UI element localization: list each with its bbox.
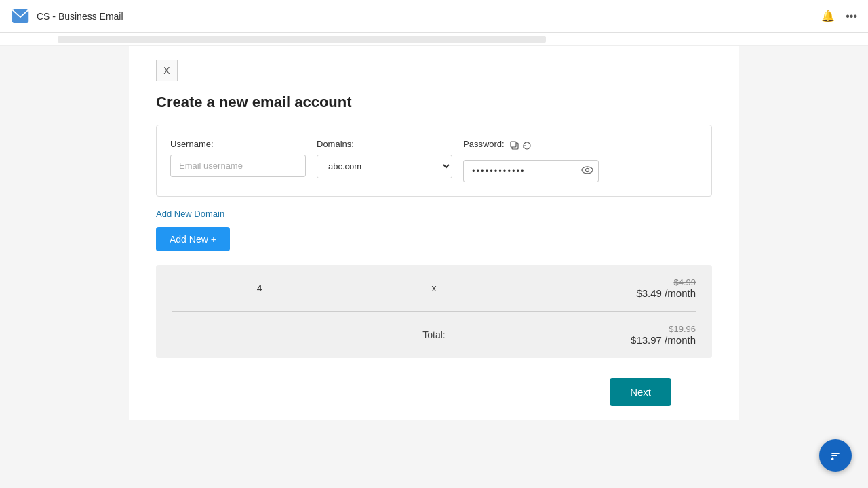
- svg-point-4: [586, 168, 589, 171]
- total-original-price: $19.96: [521, 324, 696, 334]
- domains-label: Domains:: [317, 139, 452, 149]
- copy-icon: [510, 141, 519, 150]
- password-icons: [510, 141, 532, 152]
- refresh-icon: [522, 141, 532, 150]
- quantity-value: 4: [172, 283, 347, 293]
- total-current-price: $13.97 /month: [521, 334, 696, 346]
- add-new-button-row: Add New +: [156, 227, 712, 265]
- multiplier-value: x: [347, 283, 521, 293]
- copy-password-button[interactable]: [510, 141, 519, 152]
- header-title: CS - Business Email: [37, 11, 821, 22]
- password-label-row: Password:: [463, 139, 599, 155]
- email-icon: [11, 7, 30, 26]
- next-button[interactable]: Next: [610, 378, 671, 406]
- next-button-row: Next: [156, 378, 712, 406]
- svg-point-3: [582, 167, 593, 174]
- username-label: Username:: [170, 139, 306, 149]
- more-icon[interactable]: •••: [846, 10, 857, 22]
- bell-icon[interactable]: 🔔: [821, 9, 835, 22]
- add-new-button[interactable]: Add New +: [156, 227, 230, 251]
- pricing-item-row: 4 x $4.99 $3.49 /month: [156, 265, 712, 311]
- domains-select[interactable]: abc.com: [317, 155, 452, 178]
- toggle-password-button[interactable]: [581, 165, 593, 178]
- refresh-password-button[interactable]: [522, 141, 532, 152]
- current-unit-price: $3.49 /month: [521, 287, 696, 299]
- chat-icon: [827, 447, 844, 464]
- chat-button[interactable]: [819, 439, 852, 472]
- svg-rect-2: [511, 142, 516, 147]
- pricing-table: 4 x $4.99 $3.49 /month Total: $19.96 $13…: [156, 265, 712, 358]
- password-label: Password:: [463, 139, 505, 149]
- page-title: Create a new email account: [156, 94, 712, 111]
- password-input-wrapper: [463, 160, 599, 182]
- form-row: Username: Domains: abc.com Password:: [170, 139, 698, 182]
- add-new-domain-link[interactable]: Add New Domain: [156, 209, 224, 219]
- password-group: Password:: [463, 139, 599, 182]
- close-button[interactable]: X: [156, 60, 178, 81]
- email-form-card: Username: Domains: abc.com Password:: [156, 125, 712, 197]
- original-unit-price: $4.99: [521, 277, 696, 287]
- domains-group: Domains: abc.com: [317, 139, 452, 178]
- header-actions: 🔔 •••: [821, 9, 857, 22]
- pricing-total-row: Total: $19.96 $13.97 /month: [156, 312, 712, 358]
- unit-price-group: $4.99 $3.49 /month: [521, 277, 696, 299]
- total-label: Total:: [347, 329, 521, 340]
- total-amount-group: $19.96 $13.97 /month: [521, 324, 696, 346]
- username-input[interactable]: [170, 155, 306, 177]
- scroll-hint-bar: [0, 33, 868, 46]
- header: CS - Business Email 🔔 •••: [0, 0, 868, 33]
- eye-icon: [581, 165, 593, 175]
- main-content: X Create a new email account Username: D…: [129, 46, 739, 420]
- username-group: Username:: [170, 139, 306, 177]
- scroll-hint-inner: [58, 36, 546, 43]
- password-input[interactable]: [463, 160, 599, 182]
